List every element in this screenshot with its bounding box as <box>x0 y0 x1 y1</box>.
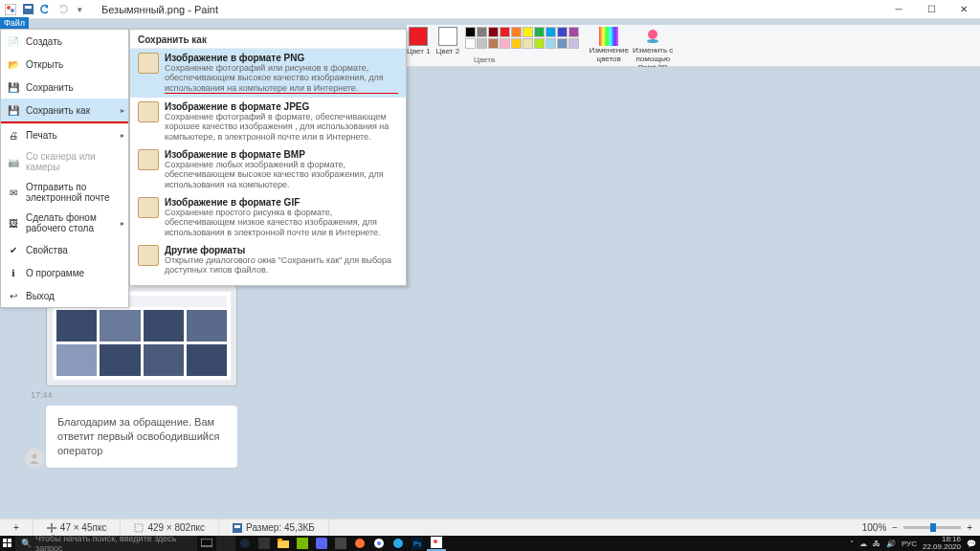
taskbar-clock[interactable]: 18:16 22.09.2020 <box>923 536 961 551</box>
svg-point-7 <box>33 453 37 458</box>
discord-icon[interactable] <box>312 536 331 551</box>
menu-item-icon: 💾 <box>7 80 20 94</box>
palette-color[interactable] <box>477 27 487 37</box>
saveas-format-item[interactable]: Другие форматыОткрытие диалогового окна … <box>130 241 406 279</box>
format-title: Изображение в формате JPEG <box>165 101 398 112</box>
save-icon[interactable] <box>21 3 34 16</box>
notifications-icon[interactable]: 💬 <box>967 540 976 548</box>
explorer-icon[interactable] <box>274 536 293 551</box>
menu-item-icon: 📄 <box>7 34 20 48</box>
palette-color[interactable] <box>477 38 487 49</box>
format-title: Изображение в формате GIF <box>165 197 398 208</box>
color-palette[interactable] <box>465 27 579 49</box>
app-icon[interactable] <box>255 536 274 551</box>
palette-color[interactable] <box>568 38 579 49</box>
saveas-format-item[interactable]: Изображение в формате PNGСохранение фото… <box>130 49 406 98</box>
palette-color[interactable] <box>546 38 556 49</box>
status-plus[interactable]: + <box>0 519 33 536</box>
color1-box[interactable] <box>409 27 428 46</box>
saveas-format-item[interactable]: Изображение в формате JPEGСохранение фот… <box>130 98 406 145</box>
menu-item-label: Сохранить <box>26 82 74 93</box>
palette-color[interactable] <box>557 38 568 49</box>
zoom-in-button[interactable]: + <box>967 522 972 533</box>
start-button[interactable] <box>0 536 15 551</box>
palette-color[interactable] <box>511 27 522 37</box>
format-icon <box>138 149 159 170</box>
palette-color[interactable] <box>488 27 499 37</box>
menu-item-label: Сделать фоном рабочего стола <box>26 212 122 233</box>
telegram-icon[interactable] <box>389 536 408 551</box>
volume-icon[interactable]: 🔊 <box>886 540 896 548</box>
menu-item-icon: 📂 <box>7 57 20 71</box>
saveas-format-item[interactable]: Изображение в формате BMPСохранение любы… <box>130 145 406 193</box>
file-menu-item[interactable]: ↩Выход <box>1 284 128 307</box>
system-tray[interactable]: ˄ ☁ 🖧 🔊 РУС 18:16 22.09.2020 💬 <box>850 536 980 551</box>
file-menu-item[interactable]: 🖨Печать▸ <box>1 123 128 146</box>
svg-rect-10 <box>135 524 143 532</box>
palette-color[interactable] <box>568 27 579 37</box>
chrome-icon[interactable] <box>369 536 389 551</box>
palette-color[interactable] <box>465 27 476 37</box>
file-menu: 📄Создать📂Открыть💾Сохранить💾Сохранить как… <box>0 29 129 308</box>
saveas-format-item[interactable]: Изображение в формате GIFСохранение прос… <box>130 193 406 241</box>
color2-swatch[interactable]: Цвет 2 <box>436 27 460 55</box>
app-icon[interactable] <box>331 536 350 551</box>
close-button[interactable]: ✕ <box>947 0 980 19</box>
palette-color[interactable] <box>557 27 568 37</box>
paint-app-icon <box>4 3 17 16</box>
app-icon[interactable] <box>216 536 235 551</box>
palette-color[interactable] <box>523 38 533 49</box>
file-menu-item[interactable]: ✔Свойства <box>1 238 128 261</box>
file-menu-item[interactable]: 📂Открыть <box>1 53 128 76</box>
steam-icon[interactable] <box>235 536 255 551</box>
palette-color[interactable] <box>523 27 533 37</box>
zoom-controls[interactable]: 100% − + <box>855 522 980 533</box>
firefox-icon[interactable] <box>350 536 369 551</box>
redo-icon[interactable] <box>56 3 69 16</box>
svg-rect-22 <box>297 538 308 549</box>
menu-item-icon: 📷 <box>7 155 20 168</box>
quick-access: ▾ <box>0 3 90 16</box>
svg-point-25 <box>355 539 365 548</box>
palette-color[interactable] <box>546 27 556 37</box>
file-menu-item[interactable]: 📄Создать <box>1 30 128 53</box>
file-menu-item[interactable]: 🖼Сделать фоном рабочего стола▸ <box>1 208 128 238</box>
svg-rect-24 <box>335 538 346 549</box>
palette-color[interactable] <box>500 38 510 49</box>
svg-rect-0 <box>5 4 16 15</box>
zoom-out-button[interactable]: − <box>892 522 898 533</box>
paint3d-button[interactable]: Изменить с помощью Paint 3D <box>631 27 675 72</box>
language-indicator[interactable]: РУС <box>902 540 917 548</box>
onedrive-icon[interactable]: ☁ <box>859 540 867 548</box>
palette-color[interactable] <box>534 27 545 37</box>
palette-color[interactable] <box>500 27 510 37</box>
palette-color[interactable] <box>511 38 522 49</box>
file-menu-item: 📷Со сканера или камеры <box>1 146 128 177</box>
network-icon[interactable]: 🖧 <box>873 540 880 548</box>
task-view-icon[interactable] <box>197 536 216 551</box>
minimize-button[interactable]: ─ <box>882 0 915 19</box>
format-icon <box>138 197 159 218</box>
nvidia-icon[interactable] <box>293 536 312 551</box>
palette-color[interactable] <box>465 38 476 49</box>
color2-label: Цвет 2 <box>436 47 460 55</box>
palette-color[interactable] <box>488 38 499 49</box>
undo-icon[interactable] <box>38 3 52 16</box>
file-menu-item[interactable]: ✉Отправить по электронной почте <box>1 177 128 208</box>
palette-color[interactable] <box>534 38 545 49</box>
paint-icon[interactable] <box>427 536 446 551</box>
tray-chevron-icon[interactable]: ˄ <box>850 540 854 548</box>
color1-swatch[interactable]: Цвет 1 <box>407 27 431 55</box>
file-menu-item[interactable]: 💾Сохранить как▸ <box>1 99 128 123</box>
menu-item-label: О программе <box>26 268 84 278</box>
zoom-slider[interactable] <box>903 526 961 529</box>
photoshop-icon[interactable]: Ps <box>408 536 427 551</box>
file-tab[interactable]: Файл <box>0 17 29 29</box>
file-menu-item[interactable]: 💾Сохранить <box>1 76 128 99</box>
maximize-button[interactable]: ☐ <box>915 0 947 19</box>
menu-item-icon: 💾 <box>7 103 20 117</box>
file-menu-item[interactable]: ℹО программе <box>1 261 128 284</box>
color2-box[interactable] <box>438 27 457 46</box>
edit-colors-button[interactable]: Изменение цветов <box>587 27 631 64</box>
taskbar-search[interactable]: 🔍 Чтобы начать поиск, введите здесь запр… <box>15 536 197 551</box>
